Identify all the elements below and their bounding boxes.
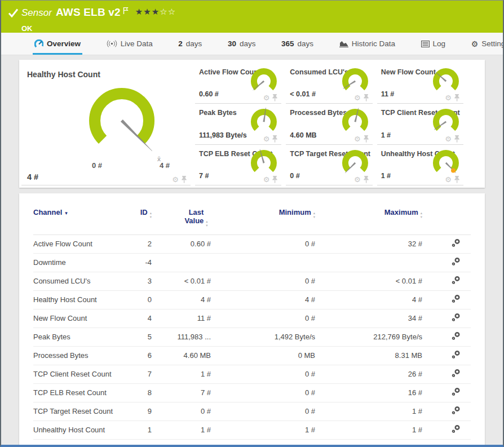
gauge-pin-icon[interactable] (181, 176, 187, 183)
gauge-pin-icon[interactable] (454, 176, 460, 183)
gauge-pin-icon[interactable] (454, 94, 460, 101)
channel-settings-icon[interactable] (452, 424, 461, 433)
cell-last: 0.60 # (152, 234, 211, 253)
column-header-min[interactable]: Minimum▴▾ (211, 205, 315, 234)
gauge-settings-icon[interactable]: ⚙ (445, 176, 452, 183)
cell-max: 1 # (315, 421, 422, 439)
tab-30-days[interactable]: 30days (226, 33, 258, 55)
gauge-pin-icon[interactable] (454, 135, 460, 143)
star-empty-icon[interactable]: ☆ (160, 7, 167, 16)
gauge-pin-icon[interactable] (363, 176, 369, 183)
gauge-settings-icon[interactable]: ⚙ (445, 135, 452, 143)
gauge-dial[interactable] (249, 149, 279, 179)
gauge-pin-icon[interactable] (272, 176, 278, 183)
gauge-settings-icon[interactable]: ⚙ (354, 176, 361, 183)
cell-max: 1 # (315, 402, 422, 421)
gauge-settings-icon[interactable]: ⚙ (263, 94, 270, 101)
sensor-header: Sensor AWS ELB v2 ★★★☆☆ OK (1, 1, 503, 33)
gauge-dial[interactable] (249, 67, 279, 98)
channel-settings-icon[interactable] (452, 331, 461, 340)
channel-row: Peak Bytes5111,983 ...1,492 Byte/s212,76… (33, 327, 471, 346)
secondary-gauges-grid: Active Flow Count0.60 #⚙Consumed LCU's< … (195, 63, 480, 185)
column-header-id[interactable]: ID▴▾ (118, 205, 152, 234)
priority-stars[interactable]: ★★★☆☆ (135, 7, 176, 16)
star-filled-icon[interactable]: ★ (152, 7, 160, 16)
cell-channel[interactable]: TCP ELB Reset Count (33, 383, 118, 402)
tab-2-days[interactable]: 2days (176, 33, 204, 55)
gauge-pin-icon[interactable] (363, 135, 369, 143)
cell-channel[interactable]: Downtime (33, 253, 118, 272)
channel-settings-icon[interactable] (452, 313, 461, 322)
cell-channel[interactable]: Peak Bytes (33, 327, 118, 346)
gauge-settings-icon[interactable]: ⚙ (263, 135, 270, 143)
gauge-cell: New Flow Count11 #⚙ (377, 63, 463, 104)
gauge-dial[interactable] (340, 67, 370, 98)
cell-channel[interactable]: Healthy Host Count (33, 290, 118, 309)
gauge-title: Peak Bytes (199, 109, 237, 117)
gauge-value: 7 # (199, 172, 209, 180)
tab-log[interactable]: Log (419, 33, 448, 55)
tab-historic-data[interactable]: Historic Data (338, 33, 397, 55)
column-header-last[interactable]: Last Value▴▾ (152, 205, 211, 234)
cell-actions (422, 346, 471, 365)
gauge-settings-icon[interactable]: ⚙ (172, 176, 179, 183)
gauge-dial[interactable] (431, 108, 461, 138)
tab-number: 365 (281, 39, 294, 48)
gauge-value: 0 # (290, 172, 299, 180)
cell-channel[interactable]: Active Flow Count (33, 234, 118, 253)
tab-live-data[interactable]: Live Data (105, 33, 154, 55)
gauge-cell-icons: ⚙ (445, 94, 460, 101)
star-empty-icon[interactable]: ☆ (168, 7, 176, 16)
gauge-pin-icon[interactable] (363, 94, 369, 101)
cell-channel[interactable]: Unhealthy Host Count (33, 421, 118, 439)
channel-settings-icon[interactable] (452, 387, 461, 396)
gauge-settings-icon[interactable]: ⚙ (354, 135, 361, 143)
gauge-dial[interactable] (249, 108, 279, 138)
channel-settings-icon[interactable] (452, 238, 461, 247)
flag-icon[interactable] (123, 6, 129, 16)
tab-365-days[interactable]: 365days (280, 33, 315, 55)
cell-min: 0 # (211, 272, 315, 290)
channel-row: Consumed LCU's3< 0.01 #0 #< 0.01 # (33, 272, 471, 290)
tab-overview[interactable]: Overview (33, 33, 82, 55)
cell-id: 4 (118, 309, 152, 327)
column-header-channel[interactable]: Channel▾ (33, 205, 118, 234)
channel-settings-icon[interactable] (452, 350, 461, 359)
cell-channel[interactable]: Processed Bytes (33, 346, 118, 365)
gauge-pin-icon[interactable] (272, 135, 278, 143)
channel-settings-icon[interactable] (452, 406, 461, 415)
tab-bar: OverviewLive Data2days30days365daysHisto… (1, 33, 504, 55)
gauge-settings-icon[interactable]: ⚙ (354, 94, 361, 101)
channel-settings-icon[interactable] (452, 294, 461, 303)
channel-settings-icon[interactable] (452, 276, 461, 285)
gauge-dial[interactable] (340, 149, 370, 179)
gauge-dial[interactable] (431, 67, 461, 98)
sensor-status-badge: OK (21, 24, 176, 33)
gauge-dial[interactable] (431, 149, 461, 179)
cell-channel[interactable]: Consumed LCU's (33, 272, 118, 290)
channel-settings-icon[interactable] (452, 369, 461, 378)
gauge-settings-icon[interactable]: ⚙ (445, 94, 452, 101)
column-header-max[interactable]: Maximum▴▾ (315, 205, 422, 234)
chart-icon (339, 40, 348, 47)
cell-actions (422, 383, 471, 402)
cell-channel[interactable]: TCP Target Reset Count (33, 402, 118, 421)
gauge-settings-icon[interactable]: ⚙ (263, 176, 270, 183)
status-ok-check-icon (8, 8, 21, 33)
gauge-cell-icons: ⚙ (445, 176, 460, 183)
channel-row: Healthy Host Count04 #4 #4 # (33, 290, 471, 309)
primary-gauge-dial[interactable]: x̄0 #4 # (54, 64, 189, 174)
cell-channel[interactable]: TCP Client Reset Count (33, 365, 118, 383)
star-filled-icon[interactable]: ★ (143, 7, 151, 16)
tab-settings[interactable]: ⚙Settings (470, 33, 504, 55)
cell-channel[interactable]: New Flow Count (33, 309, 118, 327)
cell-max (315, 253, 422, 272)
gauge-pin-icon[interactable] (272, 94, 278, 101)
channel-settings-icon[interactable] (452, 257, 461, 266)
tab-label: days (186, 39, 202, 48)
gauge-dial[interactable] (340, 108, 370, 138)
sort-icon: ▴▾ (421, 211, 422, 219)
cell-actions (422, 421, 471, 439)
gauge-cell-icons: ⚙ (354, 94, 369, 101)
star-filled-icon[interactable]: ★ (135, 7, 143, 16)
